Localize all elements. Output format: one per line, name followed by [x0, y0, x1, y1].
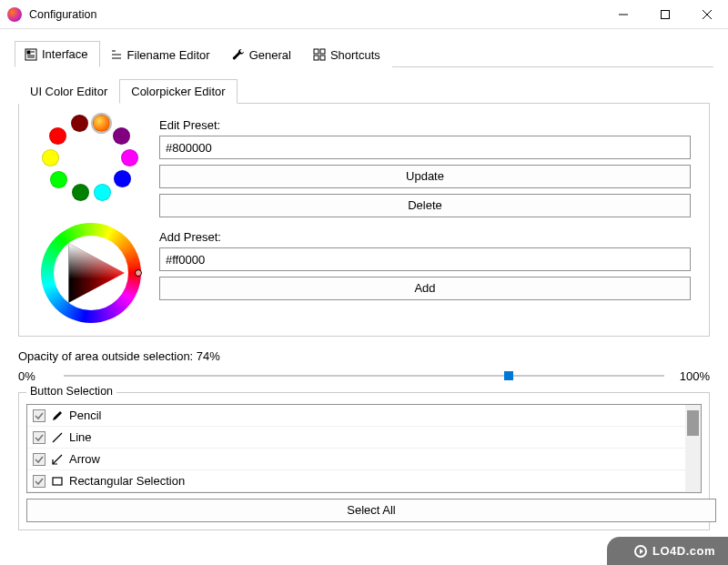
subtab-ui-color-editor[interactable]: UI Color Editor [18, 79, 119, 104]
tab-shortcuts[interactable]: Shortcuts [303, 41, 392, 67]
add-preset-input[interactable] [159, 247, 691, 271]
tab-interface[interactable]: Interface [15, 41, 100, 67]
button-selection-title: Button Selection [26, 385, 116, 398]
colorpicker-pane: Edit Preset: Update Delete [18, 104, 710, 337]
checkbox-arrow[interactable] [33, 453, 46, 466]
svg-line-19 [53, 455, 62, 464]
arrow-icon [51, 453, 64, 466]
watermark-text: LO4D.com [652, 544, 715, 558]
update-button[interactable]: Update [159, 165, 691, 188]
close-button[interactable] [686, 0, 728, 29]
pencil-icon [51, 409, 64, 422]
titlebar: Configuration [0, 0, 728, 29]
opacity-slider-thumb[interactable] [504, 371, 513, 380]
edit-preset-label: Edit Preset: [159, 118, 691, 132]
tab-filename-editor[interactable]: Filename Editor [100, 41, 222, 67]
swatch-8[interactable] [94, 184, 111, 201]
svg-rect-20 [53, 478, 62, 485]
select-all-button[interactable]: Select All [26, 499, 716, 522]
checkbox-rect-selection[interactable] [33, 475, 46, 488]
list-item[interactable]: Rectangular Selection [27, 470, 701, 492]
opacity-label: Opacity of area outside selection: 74% [18, 349, 710, 363]
swatch-2[interactable] [113, 127, 130, 145]
tab-general[interactable]: General [222, 41, 303, 67]
add-preset-label: Add Preset: [159, 230, 691, 244]
interface-icon [25, 48, 37, 61]
list-item[interactable]: Pencil [27, 405, 701, 427]
swatch-7[interactable] [50, 171, 67, 188]
svg-rect-12 [314, 49, 318, 54]
tab-label: Shortcuts [330, 48, 380, 62]
color-wheel[interactable] [41, 223, 141, 323]
swatch-9[interactable] [72, 184, 89, 201]
edit-preset-input[interactable] [159, 136, 691, 159]
scrollbar-thumb[interactable] [687, 410, 699, 436]
shortcuts-icon [313, 48, 326, 61]
item-label: Arrow [69, 452, 100, 466]
list-item[interactable]: Line [27, 427, 701, 449]
sub-tab-label: Colorpicker Editor [131, 85, 225, 98]
sub-tab-label: UI Color Editor [30, 85, 107, 98]
window-title: Configuration [29, 8, 96, 21]
swatch-1[interactable] [93, 115, 110, 132]
list-item[interactable]: Arrow [27, 449, 701, 470]
swatch-3[interactable] [49, 127, 66, 145]
add-button[interactable]: Add [159, 277, 691, 300]
watermark: LO4D.com [607, 537, 728, 565]
line-icon [51, 431, 64, 444]
main-tabs: Interface Filename Editor General Shortc… [15, 40, 713, 67]
app-icon [7, 7, 22, 22]
item-label: Pencil [69, 409, 101, 422]
wrench-icon [232, 48, 245, 61]
svg-rect-5 [27, 51, 30, 54]
item-label: Rectangular Selection [69, 474, 185, 488]
preset-swatch-ring[interactable] [41, 115, 141, 215]
watermark-icon [634, 545, 647, 558]
scrollbar[interactable] [685, 405, 701, 492]
slider-min-label: 0% [18, 369, 55, 383]
tab-label: Filename Editor [127, 48, 210, 62]
swatch-0[interactable] [71, 115, 88, 132]
svg-rect-1 [662, 10, 670, 18]
delete-button[interactable]: Delete [159, 194, 691, 217]
checkbox-pencil[interactable] [33, 409, 46, 422]
item-label: Line [69, 430, 92, 444]
button-selection-list: Pencil Line Arrow Rectangular Selection [26, 404, 702, 493]
minimize-button[interactable] [602, 0, 644, 29]
hue-marker[interactable] [135, 269, 142, 277]
svg-rect-14 [314, 55, 318, 60]
svg-marker-17 [68, 243, 124, 303]
opacity-slider[interactable] [62, 367, 666, 385]
rectangle-icon [51, 475, 64, 488]
slider-max-label: 100% [673, 369, 710, 383]
button-selection-group: Button Selection Pencil Line Arrow [18, 392, 710, 530]
svg-line-18 [53, 433, 62, 442]
swatch-5[interactable] [42, 149, 59, 166]
subtab-colorpicker-editor[interactable]: Colorpicker Editor [119, 79, 237, 104]
svg-rect-15 [320, 55, 325, 60]
color-triangle[interactable] [54, 236, 128, 310]
tab-label: General [249, 48, 291, 62]
swatch-4[interactable] [121, 149, 138, 166]
filename-editor-icon [110, 48, 123, 61]
tab-label: Interface [42, 47, 88, 61]
sub-tabs: UI Color Editor Colorpicker Editor [18, 78, 710, 104]
maximize-button[interactable] [644, 0, 686, 29]
checkbox-line[interactable] [33, 431, 46, 444]
svg-rect-13 [320, 49, 325, 54]
swatch-6[interactable] [114, 170, 131, 187]
